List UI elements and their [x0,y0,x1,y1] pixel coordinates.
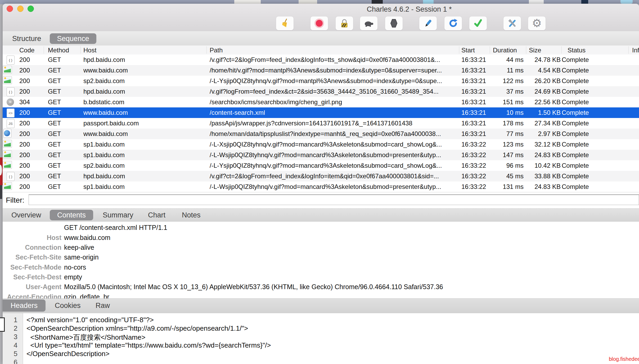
size-cell: 24.78 KB [527,56,561,63]
table-row-selected[interactable]: <> 200 GET www.baidu.com /content-search… [3,107,639,118]
code-cell: 200 [19,120,30,127]
check-icon [473,18,483,29]
lock-icon [339,18,350,29]
method-cell: GET [48,151,61,159]
column-header-path[interactable]: Path [210,47,223,54]
table-row[interactable]: JS 200 GET passport.baidu.com /passApi/j… [3,118,639,129]
code-cell: 200 [19,56,30,63]
tab-sequence[interactable]: Sequence [50,33,96,44]
image-doc-icon [3,140,12,148]
size-cell: 26.20 KB [527,77,561,85]
column-header-status[interactable]: Status [568,47,586,54]
table-row[interactable]: 200 GET sp2.baidu.com /-L-Ysjip0QIZ8tyhn… [3,76,639,86]
path-cell: /v.gif?ct=2&logFrom=feed_index&logInfo=t… [210,56,457,63]
zoom-button[interactable] [28,6,34,12]
column-header-start[interactable]: Start [461,47,475,54]
detail-tab-bar [3,208,639,222]
table-row[interactable]: { } 200 GET hpd.baidu.com /v.gif?ct=2&lo… [3,54,639,65]
size-cell: 22.56 KB [527,98,561,106]
tab-headers[interactable]: Headers [3,299,46,312]
tab-cookies[interactable]: Cookies [55,302,81,310]
close-button[interactable] [7,6,13,12]
background-window-fragment [0,317,5,332]
tab-contents[interactable]: Contents [50,210,93,220]
path-cell: /-L-Ysjip0QIZ8tyhnq/v.gif?mod=mancard%3A… [210,162,457,169]
code-line: </OpenSearchDescription> [26,350,110,358]
tab-structure[interactable]: Structure [12,35,41,43]
ssl-proxying-button[interactable] [335,16,353,30]
status-cell: Complete [562,183,589,190]
table-row[interactable]: = 304 GET b.bdstatic.com /searchbox/icms… [3,97,639,107]
request-table: { } 200 GET hpd.baidu.com /v.gif?ct=2&lo… [3,54,639,192]
path-cell: /v.gif?logFrom=feed_index&ct=2&sid=35638… [210,88,457,95]
table-row[interactable]: 200 GET www.baidu.com /home/hit/v.gif?mo… [3,65,639,76]
background-window-fragment [529,0,544,4]
column-header-info[interactable]: Info [632,47,639,54]
repeat-button[interactable] [444,16,462,30]
window-title: Charles 4.6.2 - Session 1 * [367,5,452,13]
header-name: Connection [3,244,61,251]
column-header-host[interactable]: Host [83,47,96,54]
not-modified-icon: = [6,98,15,107]
table-row[interactable]: 200 GET sp2.baidu.com /-L-Ysjip0QIZ8tyhn… [3,160,639,171]
method-cell: GET [48,98,61,106]
image-doc-icon [3,76,12,84]
host-cell: sp1.baidu.com [83,141,125,148]
size-cell: 4.54 KB [527,67,561,74]
table-row[interactable]: 200 GET sp1.baidu.com /-L-Wsjip0QIZ8tyhn… [3,181,639,192]
tab-chart[interactable]: Chart [148,211,165,219]
xml-body-view[interactable]: 1 2 3 4 5 6 <?xml version="1.0" encoding… [3,313,639,364]
image-doc-icon [3,151,12,158]
filter-input[interactable] [29,194,639,205]
clear-session-button[interactable] [276,16,294,30]
table-row[interactable]: 200 GET www.baidu.com /home/xman/data/ti… [3,129,639,139]
tools-button[interactable] [503,16,521,30]
filter-bar: Filter: [3,192,639,209]
column-divider [490,46,490,54]
throttling-button[interactable] [360,16,378,30]
request-headers-panel: GET /content-search.xml HTTP/1.1 Host ww… [3,222,639,299]
tab-overview[interactable]: Overview [11,211,41,219]
host-cell: www.baidu.com [83,109,128,116]
path-cell: /v.gif?ct=2&logFrom=feed_index&logInfo=i… [210,172,457,180]
background-window-fragment [372,0,383,4]
header-value: no-cors [64,263,86,271]
code-cell: 200 [19,77,30,85]
column-divider [526,46,526,54]
status-cell: Complete [562,56,589,63]
js-doc-icon: JS [6,119,15,128]
record-button[interactable] [310,16,328,30]
column-header-size[interactable]: Size [529,47,541,54]
table-row[interactable]: { } 200 GET hpd.baidu.com /v.gif?logFrom… [3,86,639,97]
table-row[interactable]: 200 GET sp1.baidu.com /-L-Xsjip0QIZ8tyhn… [3,139,639,150]
start-cell: 16:33:21 [461,130,486,138]
tab-notes[interactable]: Notes [182,211,201,219]
minimize-button[interactable] [17,6,24,12]
column-header-method[interactable]: Method [48,47,69,54]
method-cell: GET [48,162,61,169]
duration-cell: 147 ms [489,151,524,159]
background-window-fragment [581,0,588,4]
column-divider [561,46,562,54]
tab-raw[interactable]: Raw [96,302,110,310]
column-header-duration[interactable]: Duration [493,47,517,54]
validate-button[interactable] [469,16,487,30]
compose-button[interactable] [419,16,437,30]
breakpoints-button[interactable] [385,16,403,30]
method-cell: GET [48,120,61,127]
tab-summary[interactable]: Summary [103,211,133,219]
table-row[interactable]: { } 200 GET hpd.baidu.com /v.gif?ct=2&lo… [3,171,639,181]
settings-button[interactable]: ⚙ [528,16,546,30]
table-row[interactable]: 200 GET sp1.baidu.com /-L-Wsjip0QIZ8tyhn… [3,150,639,160]
duration-cell: 10 ms [489,109,524,116]
code-line: <Url type="text/html" template="https://… [26,341,271,349]
header-value: same-origin [64,253,99,261]
line-number: 4 [3,341,17,349]
json-doc-icon: { } [6,172,15,181]
duration-cell: 11 ms [489,67,524,74]
status-cell: Complete [562,88,589,95]
start-cell: 16:33:22 [461,141,486,148]
host-cell: hpd.baidu.com [83,88,125,95]
broom-icon [280,18,290,29]
column-header-code[interactable]: Code [19,47,34,54]
